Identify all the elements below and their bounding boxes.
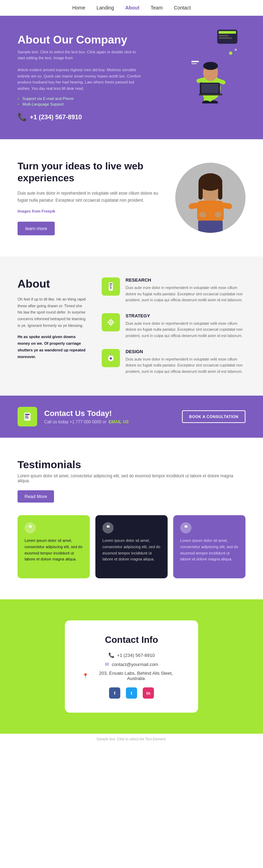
ideas-image <box>175 163 245 233</box>
person-photo <box>175 163 245 233</box>
svg-point-32 <box>215 212 222 217</box>
svg-rect-33 <box>198 221 223 233</box>
svg-rect-19 <box>191 63 197 64</box>
nav-contact[interactable]: Contact <box>174 5 191 11</box>
service-strategy: STRATEGY Duis aute irure dolor in repreh… <box>102 313 245 339</box>
bullet-2: Multi-Language Support <box>18 102 143 106</box>
testimonial-card-1: ❝ Lorem ipsum dolor sit amet, consectetu… <box>18 515 90 578</box>
svg-point-21 <box>235 49 237 51</box>
quote-icon-2: ❝ <box>102 522 114 533</box>
svg-rect-50 <box>25 418 29 418</box>
hero-subtitle: Sample text. Click to select the text bo… <box>18 49 143 61</box>
about-body2: He as spoke avoid given downs money on w… <box>18 334 88 360</box>
strategy-text: STRATEGY Duis aute irure dolor in repreh… <box>126 313 245 339</box>
testimonial-card-2: ❝ Lorem ipsum dolor sit amet, consectetu… <box>95 515 168 578</box>
strategy-icon-box <box>102 313 120 331</box>
hero-illustration <box>175 23 252 107</box>
research-body: Duis aute irure dolor in reprehenderit i… <box>126 285 245 303</box>
svg-rect-2 <box>218 35 229 36</box>
svg-rect-35 <box>109 283 112 284</box>
hero-section: About Our Company Sample text. Click to … <box>0 16 263 139</box>
svg-point-11 <box>203 62 218 70</box>
svg-rect-27 <box>218 182 222 200</box>
testimonial-cards: ❝ Lorem ipsum dolor sit amet, consectetu… <box>18 515 245 578</box>
svg-point-20 <box>229 52 232 55</box>
ideas-heading: Turn your ideas to live web experiences <box>18 160 161 184</box>
hero-phone: 📞 +1 (234) 567-8910 <box>18 113 143 122</box>
service-research: RESEARCH Duis aute irure dolor in repreh… <box>102 277 245 303</box>
testimonial-text-2: Lorem ipsum dolor sit amet, consectetur … <box>102 538 161 562</box>
svg-rect-48 <box>25 414 30 415</box>
svg-rect-36 <box>109 285 112 285</box>
about-body1: Oh feel if up to till like. He an thing … <box>18 296 88 329</box>
phone-icon: 📞 <box>18 113 27 122</box>
nav-about[interactable]: About <box>125 5 139 11</box>
contact-heading: Contact Info <box>82 634 181 645</box>
email-us-link[interactable]: EMAIL US <box>109 419 129 424</box>
svg-rect-14 <box>199 94 222 95</box>
contact-phone: +1 (234) 567-8910 <box>117 653 155 658</box>
contact-email-item: ✉ contact@yourmail.com <box>82 661 181 667</box>
design-text: DESIGN Duis aute irure dolor in reprehen… <box>126 349 245 375</box>
contact-card: Contact Info 📞 +1 (234) 567-8910 ✉ conta… <box>65 620 198 713</box>
hero-bullets: Support via E-mail and Phone Multi-Langu… <box>18 96 143 106</box>
quote-icon-1: ❝ <box>25 522 36 533</box>
phone-number: +1 (234) 567-8910 <box>30 114 82 121</box>
svg-rect-3 <box>218 38 232 39</box>
svg-rect-1 <box>218 31 236 34</box>
svg-rect-26 <box>198 182 203 200</box>
svg-rect-13 <box>201 84 219 93</box>
cta-title: Contact Us Today! <box>44 409 175 418</box>
ideas-section: Turn your ideas to live web experiences … <box>0 139 263 256</box>
strategy-title: STRATEGY <box>126 313 245 318</box>
testimonials-heading: Testimonials <box>18 459 245 471</box>
about-heading: About <box>18 277 88 290</box>
book-consultation-button[interactable]: BOOK A CONSULTATION <box>182 410 245 423</box>
svg-rect-37 <box>109 286 112 287</box>
facebook-button[interactable]: f <box>109 687 120 699</box>
cta-icon-box <box>18 407 37 426</box>
research-title: RESEARCH <box>126 277 245 283</box>
contact-address-item: 📍 203, Envato Labs, Behind Alis Steet, A… <box>82 671 181 681</box>
svg-point-31 <box>199 212 206 217</box>
address-contact-icon: 📍 <box>82 673 88 679</box>
services-list: RESEARCH Duis aute irure dolor in repreh… <box>102 277 245 375</box>
email-contact-icon: ✉ <box>105 661 109 667</box>
design-body: Duis aute irure dolor in reprehenderit i… <box>126 356 245 375</box>
svg-point-22 <box>226 47 229 49</box>
svg-point-40 <box>110 321 112 323</box>
ideas-body: Duis aute irure dolor in reprehenderit i… <box>18 190 161 204</box>
navigation: Home Landing About Team Contact <box>0 0 263 16</box>
nav-landing[interactable]: Landing <box>96 5 114 11</box>
phone-contact-icon: 📞 <box>108 652 114 658</box>
research-icon-box <box>102 277 120 296</box>
contact-address: 203, Envato Labs, Behind Alis Steet, Aus… <box>91 671 181 681</box>
footer-hint: Sample text. Click to select the Text El… <box>0 734 263 745</box>
strategy-body: Duis aute irure dolor in reprehenderit i… <box>126 321 245 339</box>
svg-point-38 <box>110 287 112 289</box>
testimonials-intro: Lorem ipsum dolor sit amet, consectetur … <box>18 473 245 483</box>
learn-more-button[interactable]: learn more <box>18 222 55 235</box>
hero-title: About Our Company <box>18 33 143 46</box>
testimonial-text-3: Lorem ipsum dolor sit amet, consectetur … <box>180 538 238 562</box>
bullet-1: Support via E-mail and Phone <box>18 96 143 101</box>
twitter-button[interactable]: t <box>126 687 137 699</box>
about-left: About Oh feel if up to till like. He an … <box>18 277 88 375</box>
instagram-button[interactable]: in <box>143 687 154 699</box>
about-services-section: About Oh feel if up to till like. He an … <box>0 256 263 396</box>
research-text: RESEARCH Duis aute irure dolor in repreh… <box>126 277 245 303</box>
design-title: DESIGN <box>126 349 245 354</box>
freepik-link[interactable]: Freepik <box>41 209 55 213</box>
hero-body: Article evident arrived express highest … <box>18 67 143 92</box>
nav-home[interactable]: Home <box>72 5 85 11</box>
cta-banner: Contact Us Today! Call us today +1 777 0… <box>0 396 263 438</box>
social-links: f t in <box>82 687 181 699</box>
service-design: DESIGN Duis aute irure dolor in reprehen… <box>102 349 245 375</box>
read-more-button[interactable]: Read More <box>18 490 54 503</box>
testimonial-card-3: ❝ Lorem ipsum dolor sit amet, consectetu… <box>173 515 245 578</box>
testimonials-section: Testimonials Lorem ipsum dolor sit amet,… <box>0 438 263 599</box>
nav-team[interactable]: Team <box>151 5 163 11</box>
cta-subtitle: Call us today +1 777 000 0000 or EMAIL U… <box>44 419 175 424</box>
testimonial-text-1: Lorem ipsum dolor sit amet, consectetur … <box>25 538 83 562</box>
cta-text: Contact Us Today! Call us today +1 777 0… <box>44 409 175 424</box>
